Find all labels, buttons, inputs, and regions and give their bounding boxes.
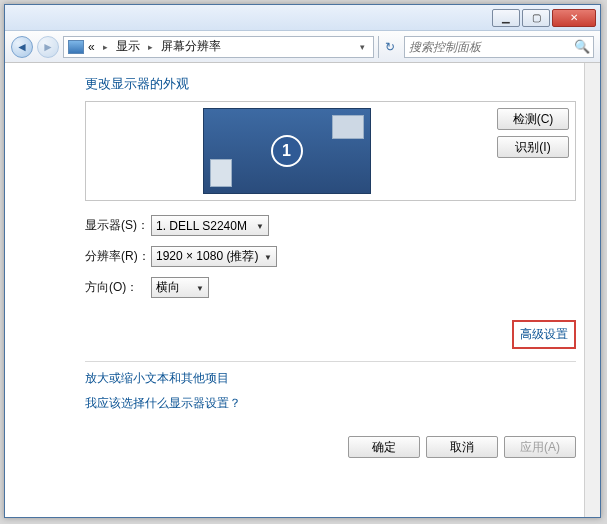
back-button[interactable]: ◄ — [11, 36, 33, 58]
address-bar[interactable]: « ▸ 显示 ▸ 屏幕分辨率 ▾ — [63, 36, 374, 58]
vertical-scrollbar[interactable] — [584, 63, 600, 517]
link-text-size[interactable]: 放大或缩小文本和其他项目 — [85, 370, 576, 387]
display-preview-area: 1 — [92, 108, 481, 194]
dropdown-orientation-value: 横向 — [156, 279, 180, 296]
monitor-number-badge: 1 — [271, 135, 303, 167]
navbar: ◄ ► « ▸ 显示 ▸ 屏幕分辨率 ▾ ↻ 🔍 — [5, 31, 600, 63]
display-preview-row: 1 检测(C) 识别(I) — [85, 101, 576, 201]
settings-form: 显示器(S)： 1. DELL S2240M ▼ 分辨率(R)： 1920 × … — [85, 215, 576, 298]
chevron-down-icon: ▼ — [196, 283, 204, 292]
footer-buttons: 确定 取消 应用(A) — [85, 436, 576, 458]
detect-button[interactable]: 检测(C) — [497, 108, 569, 130]
minimize-button[interactable]: ▁ — [492, 9, 520, 27]
dropdown-resolution-value: 1920 × 1080 (推荐) — [156, 248, 258, 265]
row-resolution: 分辨率(R)： 1920 × 1080 (推荐) ▼ — [85, 246, 576, 267]
apply-button[interactable]: 应用(A) — [504, 436, 576, 458]
chevron-down-icon: ▼ — [264, 252, 272, 261]
ok-button[interactable]: 确定 — [348, 436, 420, 458]
label-resolution: 分辨率(R)： — [85, 248, 151, 265]
label-orientation: 方向(O)： — [85, 279, 151, 296]
maximize-button[interactable]: ▢ — [522, 9, 550, 27]
control-panel-icon — [68, 40, 84, 54]
titlebar: ▁ ▢ ✕ — [5, 5, 600, 31]
advanced-row: 高级设置 — [85, 320, 576, 355]
helper-links: 放大或缩小文本和其他项目 我应该选择什么显示器设置？ — [85, 361, 576, 412]
preview-side-buttons: 检测(C) 识别(I) — [497, 108, 569, 158]
row-display: 显示器(S)： 1. DELL S2240M ▼ — [85, 215, 576, 236]
dropdown-display-value: 1. DELL S2240M — [156, 219, 247, 233]
close-button[interactable]: ✕ — [552, 9, 596, 27]
search-icon[interactable]: 🔍 — [571, 39, 593, 54]
dropdown-resolution[interactable]: 1920 × 1080 (推荐) ▼ — [151, 246, 277, 267]
search-box: 🔍 — [404, 36, 594, 58]
identify-button[interactable]: 识别(I) — [497, 136, 569, 158]
forward-button[interactable]: ► — [37, 36, 59, 58]
chevron-right-icon: ▸ — [99, 42, 112, 52]
breadcrumb-resolution[interactable]: 屏幕分辨率 — [161, 38, 221, 55]
label-display: 显示器(S)： — [85, 217, 151, 234]
chevron-right-icon: ▸ — [144, 42, 157, 52]
dropdown-orientation[interactable]: 横向 ▼ — [151, 277, 209, 298]
search-input[interactable] — [405, 40, 571, 54]
dropdown-display[interactable]: 1. DELL S2240M ▼ — [151, 215, 269, 236]
monitor-preview[interactable]: 1 — [203, 108, 371, 194]
advanced-settings-link[interactable]: 高级设置 — [512, 320, 576, 349]
refresh-button[interactable]: ↻ — [378, 36, 400, 58]
breadcrumb-root[interactable]: « — [88, 40, 95, 54]
chevron-down-icon[interactable]: ▾ — [356, 42, 369, 52]
link-which-display[interactable]: 我应该选择什么显示器设置？ — [85, 395, 576, 412]
chevron-down-icon: ▼ — [256, 221, 264, 230]
row-orientation: 方向(O)： 横向 ▼ — [85, 277, 576, 298]
window: ▁ ▢ ✕ ◄ ► « ▸ 显示 ▸ 屏幕分辨率 ▾ ↻ 🔍 更改显示器的外观 … — [4, 4, 601, 518]
page-title: 更改显示器的外观 — [85, 75, 576, 93]
cancel-button[interactable]: 取消 — [426, 436, 498, 458]
breadcrumb-display[interactable]: 显示 — [116, 38, 140, 55]
content-area: 更改显示器的外观 1 检测(C) 识别(I) 显示器(S)： 1. DELL S… — [5, 63, 600, 517]
